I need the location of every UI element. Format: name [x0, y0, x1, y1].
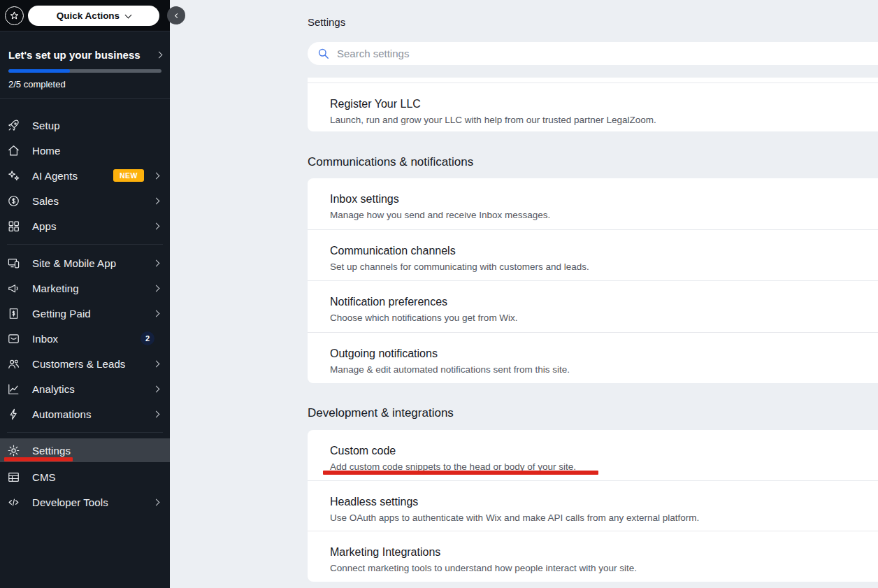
settings-item-marketing-integrations[interactable]: Marketing IntegrationsConnect marketing … [308, 531, 878, 582]
settings-item-title: Outgoing notifications [330, 346, 878, 361]
sidebar-nav: SetupHomeAI AgentsNEWSalesAppsSite & Mob… [0, 113, 170, 515]
settings-item-notification-preferences[interactable]: Notification preferencesChoose which not… [308, 280, 878, 332]
table-grid-icon [7, 471, 20, 484]
sidebar-item-label: Settings [32, 445, 159, 457]
section-header-communications-notifications: Communications & notifications [308, 155, 473, 169]
business-setup-teaser[interactable]: Let's set up your business 2/5 completed [8, 46, 161, 89]
home-icon [7, 144, 20, 157]
sidebar-item-sales[interactable]: Sales [0, 188, 170, 213]
chevron-right-icon [156, 51, 163, 58]
settings-item-outgoing-notifications[interactable]: Outgoing notificationsManage & edit auto… [308, 332, 878, 384]
sidebar-item-label: Developer Tools [32, 496, 154, 508]
setup-progress-bar [8, 69, 161, 73]
page-title: Settings [308, 16, 345, 28]
sidebar-item-getting-paid[interactable]: Getting Paid [0, 301, 170, 326]
line-chart-icon [7, 382, 20, 396]
sidebar-item-ai-agents[interactable]: AI AgentsNEW [0, 163, 170, 188]
partial-card-items: Register Your LLCLaunch, run and grow yo… [308, 83, 878, 131]
setup-progress-fill [8, 69, 70, 73]
settings-item-description: Choose which notifications you get from … [330, 312, 878, 324]
setup-teaser-title: Let's set up your business [8, 49, 141, 61]
settings-item-description: Manage how you send and receive Inbox me… [330, 209, 878, 222]
sidebar: Quick Actions Let's set up your business… [0, 0, 170, 588]
chevron-right-icon [153, 222, 160, 229]
invoice-icon [7, 307, 20, 320]
dollar-circle-icon [7, 194, 20, 208]
chevron-left-icon [175, 13, 180, 17]
search-input[interactable] [337, 48, 617, 59]
sidebar-item-site-mobile-app[interactable]: Site & Mobile App [0, 250, 170, 275]
sidebar-item-label: Inbox [32, 333, 141, 345]
settings-item-description: Launch, run and grow your LLC with help … [330, 114, 878, 127]
sidebar-item-label: Sales [32, 195, 154, 207]
quick-actions-label: Quick Actions [57, 10, 120, 21]
sidebar-item-label: Home [32, 145, 159, 157]
sidebar-item-label: CMS [32, 471, 159, 483]
sidebar-item-label: Setup [32, 120, 159, 131]
chevron-right-icon [153, 410, 160, 417]
sidebar-divider [7, 244, 163, 245]
lightning-bolt-icon [7, 408, 20, 421]
sidebar-item-label: Getting Paid [32, 308, 154, 320]
new-badge: NEW [113, 169, 144, 182]
settings-item-description: Manage & edit automated notifications se… [330, 364, 878, 376]
setup-teaser-row: Let's set up your business [8, 46, 161, 63]
quick-actions-button[interactable]: Quick Actions [28, 6, 159, 26]
divider [0, 98, 170, 99]
chevron-right-icon [153, 385, 160, 392]
sidebar-item-label: Customers & Leads [32, 358, 154, 370]
previous-item-sliver [308, 78, 878, 83]
settings-item-title: Register Your LLC [330, 96, 878, 111]
chevron-right-icon [153, 259, 160, 266]
sidebar-item-marketing[interactable]: Marketing [0, 275, 170, 301]
sidebar-item-home[interactable]: Home [0, 138, 170, 163]
rocket-icon [7, 119, 20, 132]
sidebar-divider [7, 432, 163, 433]
settings-item-register-your-llc[interactable]: Register Your LLCLaunch, run and grow yo… [308, 83, 878, 131]
section-header-development-integrations: Development & integrations [308, 406, 454, 420]
search-icon [317, 47, 330, 60]
sidebar-item-label: Apps [32, 220, 154, 232]
inbox-unread-badge: 2 [141, 331, 154, 345]
settings-item-communication-channels[interactable]: Communication channelsSet up channels fo… [308, 229, 878, 281]
devices-icon [7, 257, 20, 270]
settings-card-communications-notifications: Inbox settingsManage how you send and re… [308, 178, 878, 383]
settings-item-inbox-settings[interactable]: Inbox settingsManage how you send and re… [308, 178, 878, 229]
settings-item-title: Inbox settings [330, 192, 878, 206]
annotation-settings-underline [4, 457, 73, 461]
collapse-sidebar-button[interactable] [167, 6, 185, 24]
sidebar-item-customers-leads[interactable]: Customers & Leads [0, 351, 170, 376]
sidebar-top-bar: Quick Actions [0, 0, 170, 31]
star-icon [8, 10, 20, 22]
people-icon [7, 357, 20, 371]
settings-item-headless-settings[interactable]: Headless settingsUse OAuth apps to authe… [308, 480, 878, 531]
chevron-right-icon [153, 285, 160, 292]
code-brackets-icon [7, 496, 20, 509]
settings-page: Settings Register Your LLCLaunch, run an… [170, 0, 878, 588]
settings-item-title: Marketing Integrations [330, 545, 878, 559]
sidebar-item-analytics[interactable]: Analytics [0, 376, 170, 401]
apps-grid-icon [7, 220, 20, 233]
gear-icon [7, 444, 20, 457]
sidebar-item-developer-tools[interactable]: Developer Tools [0, 489, 170, 515]
settings-item-title: Custom code [330, 443, 878, 458]
sidebar-item-inbox[interactable]: Inbox2 [0, 326, 170, 351]
settings-item-description: Use OAuth apps to authenticate with Wix … [330, 512, 878, 524]
sidebar-item-cms[interactable]: CMS [0, 464, 170, 489]
scrolled-settings-card: Register Your LLCLaunch, run and grow yo… [308, 78, 878, 131]
search-bar[interactable] [308, 42, 878, 65]
sidebar-item-automations[interactable]: Automations [0, 401, 170, 426]
sidebar-item-label: Site & Mobile App [32, 257, 154, 269]
favorites-button[interactable] [5, 6, 24, 25]
chevron-right-icon [153, 499, 160, 505]
settings-item-title: Notification preferences [330, 294, 878, 309]
sparkles-icon [7, 169, 20, 182]
annotation-custom-code-underline [323, 471, 598, 475]
settings-item-description: Set up channels for communicating with c… [330, 261, 878, 273]
sidebar-item-apps[interactable]: Apps [0, 213, 170, 238]
settings-card-development-integrations: Custom codeAdd custom code snippets to t… [308, 430, 878, 582]
sidebar-item-label: Automations [32, 408, 154, 420]
sidebar-item-setup[interactable]: Setup [0, 113, 170, 138]
settings-item-title: Communication channels [330, 243, 878, 258]
inbox-smile-icon [7, 332, 20, 345]
